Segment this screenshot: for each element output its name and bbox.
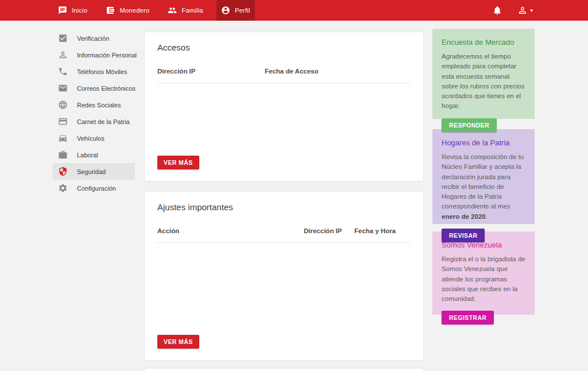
sidebar-item-vehiculos[interactable]: Vehículos [53, 130, 135, 146]
sidebar-item-verificacion[interactable]: Verificación [53, 30, 135, 47]
somos-venezuela-card: Somos Venezuela Registra el o la brigadi… [432, 231, 535, 315]
sidebar-item-informacion-personal[interactable]: Información Personal [53, 47, 135, 63]
sidebar-item-seguridad[interactable]: Seguridad [53, 163, 135, 180]
chat-icon [58, 6, 67, 15]
envelope-icon [58, 83, 68, 93]
ajustes-ver-mas-button[interactable]: VER MÁS [157, 335, 199, 349]
hogares-de-la-patria-card: Hogares de la Patria Revisa la composici… [432, 129, 535, 224]
content-area: Verificación Información Personal Teléfo… [0, 21, 588, 371]
sidebar-item-label: Vehículos [77, 135, 105, 142]
promo-title: Encuesta de Mercado [442, 38, 525, 47]
tab-perfil-label: Perfil [235, 7, 250, 14]
tab-familia[interactable]: Familia [163, 0, 208, 21]
tab-monedero-label: Monedero [119, 7, 149, 14]
bell-icon[interactable] [492, 5, 502, 16]
navbar-right: ▾ [492, 0, 588, 21]
tab-familia-label: Familia [181, 7, 203, 14]
registrar-button[interactable]: REGISTRAR [442, 311, 494, 324]
top-navbar: Inicio Monedero Familia Perfil [0, 0, 588, 21]
accesos-table-body [157, 83, 411, 95]
chevron-down-icon: ▾ [530, 8, 533, 13]
column-fecha-y-hora: Fecha y Hora [354, 227, 396, 234]
tab-inicio-label: Inicio [72, 7, 87, 14]
tab-perfil[interactable]: Perfil [216, 0, 255, 21]
sidebar-item-label: Redes Sociales [77, 102, 121, 109]
column-direccion-ip: Dirección IP [157, 68, 265, 75]
column-fecha-de-acceso: Fecha de Acceso [265, 68, 319, 75]
accesos-title: Accesos [157, 42, 411, 52]
sidebar-item-label: Laboral [77, 152, 98, 159]
phone-icon [58, 67, 68, 76]
person-icon [58, 50, 68, 60]
sidebar-item-configuracion[interactable]: Configuración [53, 180, 135, 196]
user-menu[interactable]: ▾ [517, 5, 533, 16]
accesos-ver-mas-button[interactable]: VER MÁS [157, 156, 199, 169]
sidebar-item-label: Seguridad [77, 168, 106, 175]
briefcase-icon [58, 150, 68, 160]
promo-body: Revisa la composición de tu Núcleo Famil… [442, 152, 525, 222]
accesos-table-header: Dirección IP Fecha de Acceso [157, 68, 411, 83]
sidebar-item-label: Información Personal [77, 52, 137, 59]
column-accion: Acción [157, 227, 304, 234]
sidebar-item-telefonos-moviles[interactable]: Teléfonos Móviles [53, 63, 135, 80]
ajustes-title: Ajustes importantes [157, 202, 411, 212]
promo-column: Encuesta de Mercado Agradecemos el tiemp… [432, 29, 535, 315]
column-direccion-ip: Dirección IP [304, 227, 354, 234]
sidebar-item-carnet-de-la-patria[interactable]: Carnet de la Patria [53, 113, 135, 130]
promo-title: Somos Venezuela [442, 241, 525, 249]
sidebar-item-label: Correos Electrónicos [77, 85, 136, 92]
sidebar-item-laboral[interactable]: Laboral [53, 146, 135, 163]
ajustes-table-header: Acción Dirección IP Fecha y Hora [157, 227, 411, 243]
people-icon [168, 6, 177, 15]
sidebar-item-label: Verificación [77, 35, 109, 42]
sidebar-item-redes-sociales[interactable]: Redes Sociales [53, 96, 135, 113]
main-column: Accesos Dirección IP Fecha de Acceso VER… [144, 32, 424, 371]
next-card-partial [144, 368, 424, 371]
profile-sidebar: Verificación Información Personal Teléfo… [53, 30, 135, 196]
tab-monedero[interactable]: Monedero [100, 0, 154, 21]
car-icon [58, 133, 68, 143]
tab-inicio[interactable]: Inicio [53, 0, 92, 21]
encuesta-de-mercado-card: Encuesta de Mercado Agradecemos el tiemp… [432, 29, 535, 119]
responder-button[interactable]: RESPONDER [442, 118, 497, 132]
ajustes-importantes-card: Ajustes importantes Acción Dirección IP … [144, 191, 424, 361]
gear-icon [58, 183, 68, 193]
promo-body: Registra el o la brigadista de Somos Ven… [442, 254, 525, 304]
card-icon [58, 117, 68, 126]
promo-body: Agradecemos el tiempo empleado para comp… [442, 52, 525, 111]
sidebar-item-label: Configuración [77, 185, 116, 192]
page: Inicio Monedero Familia Perfil [0, 0, 588, 371]
shield-icon [58, 167, 68, 176]
accesos-card: Accesos Dirección IP Fecha de Acceso VER… [144, 32, 424, 181]
promo-body-end: . [486, 213, 488, 220]
globe-icon [58, 100, 68, 110]
wallet-icon [106, 6, 115, 15]
checkbox-icon [58, 33, 68, 43]
sidebar-item-label: Teléfonos Móviles [77, 68, 127, 75]
ajustes-table-body [157, 243, 411, 254]
sidebar-item-correos-electronicos[interactable]: Correos Electrónicos [53, 80, 135, 96]
person-circle-icon [221, 6, 230, 15]
person-icon [517, 5, 528, 16]
promo-body-text: Revisa la composición de tu Núcleo Famil… [442, 153, 524, 210]
promo-title: Hogares de la Patria [442, 138, 525, 147]
sidebar-item-label: Carnet de la Patria [77, 118, 130, 125]
promo-body-bold: enero de 2020 [442, 213, 486, 220]
nav-tabs: Inicio Monedero Familia Perfil [53, 0, 255, 21]
